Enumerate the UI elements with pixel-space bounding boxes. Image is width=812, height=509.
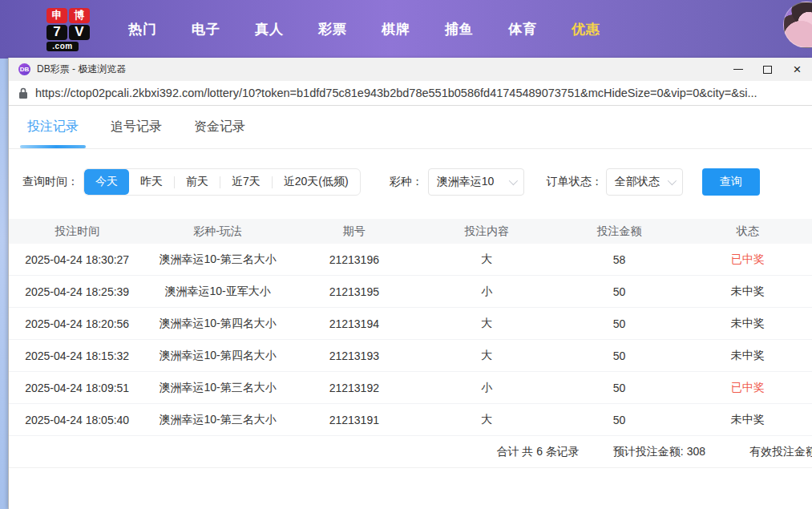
- search-button[interactable]: 查询: [702, 168, 760, 196]
- bet-content: 大: [418, 317, 555, 331]
- table-row: 2025-04-24 18:05:40 澳洲幸运10-第三名大小 2121319…: [9, 404, 812, 436]
- valid-amount-label: 有效投注金额: [749, 445, 812, 459]
- order-status-value: 全部状态: [615, 175, 660, 189]
- table-header-row: 投注时间 彩种-玩法 期号 投注内容 投注金额 状态: [9, 219, 812, 244]
- bet-amount: 50: [555, 382, 683, 394]
- background-page-strip: [0, 59, 8, 509]
- bet-content: 大: [418, 413, 555, 427]
- bet-game: 澳洲幸运10-第三名大小: [145, 413, 289, 427]
- bet-content: 小: [418, 285, 555, 299]
- bet-game: 澳洲幸运10-亚军大小: [145, 285, 289, 299]
- tab-fund-records[interactable]: 资金记录: [194, 106, 245, 148]
- logo-tile-bo: 博: [69, 8, 90, 23]
- nav-item-lottery[interactable]: 彩票: [318, 20, 347, 38]
- bet-content: 大: [418, 252, 555, 267]
- status-badge: 未中奖: [684, 285, 812, 299]
- db-favicon-icon: DB: [18, 63, 30, 75]
- filter-row: 查询时间： 今天 昨天 前天 近7天 近20天(低频) 彩种： 澳洲幸运10 订…: [9, 168, 812, 196]
- bet-content: 大: [418, 349, 555, 363]
- bet-issue: 21213191: [290, 414, 418, 426]
- bet-issue: 21213196: [290, 253, 418, 266]
- window-title: DB彩票 - 极速浏览器: [37, 63, 126, 76]
- nav-item-hot[interactable]: 热门: [128, 20, 157, 38]
- status-badge: 未中奖: [684, 349, 812, 363]
- minimize-button[interactable]: [723, 58, 753, 81]
- logo-tile-v: V: [69, 25, 90, 40]
- table-row: 2025-04-24 18:09:51 澳洲幸运10-第三名大小 2121319…: [9, 372, 812, 404]
- time-option-20days[interactable]: 近20天(低频): [273, 169, 360, 195]
- logo-tile-shen: 申: [46, 8, 67, 23]
- bet-records-table: 投注时间 彩种-玩法 期号 投注内容 投注金额 状态 2025-04-24 18…: [9, 219, 812, 468]
- query-time-label: 查询时间：: [22, 175, 79, 189]
- minimize-icon: [733, 69, 743, 70]
- bet-time: 2025-04-24 18:05:40: [9, 414, 145, 426]
- chevron-down-icon: [508, 176, 517, 185]
- bet-time: 2025-04-24 18:25:39: [9, 285, 145, 298]
- bet-issue: 21213194: [290, 317, 418, 330]
- nav-item-fishing[interactable]: 捕鱼: [445, 20, 474, 38]
- col-header-status: 状态: [684, 224, 812, 239]
- bet-game: 澳洲幸运10-第四名大小: [145, 317, 289, 331]
- page-content: 投注记录 追号记录 资金记录 查询时间： 今天 昨天 前天 近7天 近20天(低…: [9, 106, 812, 509]
- record-tabs: 投注记录 追号记录 资金记录: [9, 106, 812, 149]
- time-option-7days[interactable]: 近7天: [220, 169, 272, 195]
- url-bar[interactable]: https://ctop02pcali.2kbxi392.com/lottery…: [9, 81, 812, 106]
- order-status-select[interactable]: 全部状态: [606, 168, 683, 196]
- maximize-icon: [763, 66, 772, 74]
- bet-amount: 50: [555, 317, 683, 330]
- bet-game: 澳洲幸运10-第三名大小: [145, 252, 289, 267]
- bet-time: 2025-04-24 18:20:56: [9, 317, 145, 330]
- col-header-issue: 期号: [290, 224, 418, 239]
- bet-issue: 21213192: [290, 382, 418, 394]
- maximize-button[interactable]: [753, 58, 782, 81]
- window-controls: ×: [723, 58, 812, 81]
- chevron-down-icon: [667, 176, 676, 185]
- close-button[interactable]: ×: [782, 58, 812, 81]
- table-row: 2025-04-24 18:30:27 澳洲幸运10-第三名大小 2121319…: [9, 244, 812, 276]
- bet-issue: 21213193: [290, 349, 418, 362]
- site-banner: 申 博 7 V .com 热门 电子 真人 彩票 棋牌 捕鱼 体育 优惠: [0, 0, 812, 59]
- status-badge: 已中奖: [684, 381, 812, 395]
- bet-amount: 58: [555, 253, 683, 266]
- bet-content: 小: [418, 381, 555, 395]
- bet-game: 澳洲幸运10-第三名大小: [145, 381, 289, 395]
- site-nav: 热门 电子 真人 彩票 棋牌 捕鱼 体育 优惠: [128, 20, 600, 38]
- lottery-type-select[interactable]: 澳洲幸运10: [428, 168, 524, 196]
- bet-amount: 50: [555, 285, 683, 298]
- table-row: 2025-04-24 18:20:56 澳洲幸运10-第四名大小 2121319…: [9, 308, 812, 340]
- browser-popup-window: DB DB彩票 - 极速浏览器 × https://ctop02pcali.2k…: [8, 58, 812, 509]
- col-header-game: 彩种-玩法: [145, 224, 289, 239]
- user-avatar[interactable]: [783, 2, 812, 48]
- nav-item-promo[interactable]: 优惠: [572, 20, 600, 38]
- tab-bet-records[interactable]: 投注记录: [27, 106, 79, 148]
- url-text[interactable]: https://ctop02pcali.2kbxi392.com/lottery…: [35, 87, 757, 99]
- col-header-content: 投注内容: [418, 224, 555, 239]
- bet-time: 2025-04-24 18:09:51: [9, 382, 145, 394]
- time-option-today[interactable]: 今天: [84, 169, 129, 195]
- status-badge: 未中奖: [684, 317, 812, 331]
- total-records-label: 合计 共 6 条记录: [496, 445, 579, 459]
- nav-item-live[interactable]: 真人: [255, 20, 284, 38]
- time-option-daybefore[interactable]: 前天: [175, 169, 220, 195]
- expected-amount-label: 预计投注金额: 308: [613, 445, 705, 459]
- bet-time: 2025-04-24 18:15:32: [9, 349, 145, 362]
- nav-item-slots[interactable]: 电子: [192, 20, 220, 38]
- col-header-amount: 投注金额: [555, 224, 683, 239]
- bet-amount: 50: [555, 349, 683, 362]
- bet-time: 2025-04-24 18:30:27: [9, 253, 145, 266]
- order-status-label: 订单状态：: [547, 175, 603, 189]
- nav-item-sports[interactable]: 体育: [508, 20, 537, 38]
- status-badge: 已中奖: [684, 252, 812, 267]
- table-footer: 合计 共 6 条记录 预计投注金额: 308 有效投注金额: [9, 436, 812, 468]
- tab-chase-records[interactable]: 追号记录: [111, 106, 162, 148]
- site-logo[interactable]: 申 博 7 V .com: [46, 8, 91, 51]
- nav-item-cards[interactable]: 棋牌: [382, 20, 410, 38]
- window-title-bar: DB DB彩票 - 极速浏览器 ×: [9, 58, 812, 81]
- col-header-time: 投注时间: [9, 224, 145, 239]
- bet-amount: 50: [555, 414, 683, 426]
- lottery-type-label: 彩种：: [390, 175, 423, 189]
- bet-issue: 21213195: [290, 285, 418, 298]
- logo-tile-7: 7: [46, 25, 67, 40]
- table-row: 2025-04-24 18:15:32 澳洲幸运10-第四名大小 2121319…: [9, 340, 812, 372]
- time-option-yesterday[interactable]: 昨天: [129, 169, 174, 195]
